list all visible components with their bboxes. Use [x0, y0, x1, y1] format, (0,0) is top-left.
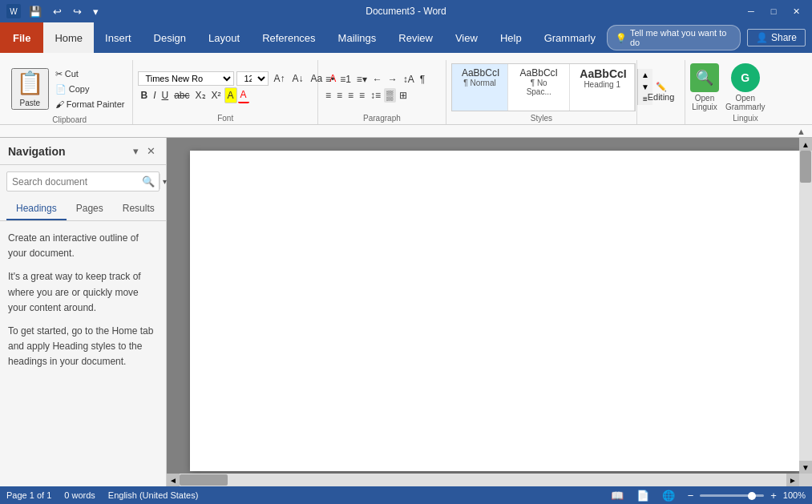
- nav-tab-headings[interactable]: Headings: [6, 198, 67, 220]
- design-tab[interactable]: Design: [143, 22, 197, 53]
- align-right-button[interactable]: ≡: [345, 88, 356, 103]
- print-layout-button[interactable]: 📄: [633, 490, 652, 502]
- minimize-button[interactable]: ─: [741, 4, 761, 18]
- font-name-select[interactable]: Times New Ro: [138, 71, 234, 86]
- maximize-button[interactable]: □: [764, 4, 783, 18]
- editing-icon: ✏️: [648, 82, 675, 92]
- paragraph-row-2: ≡ ≡ ≡ ≡ ↕≡ ▒ ⊞: [323, 88, 427, 103]
- editing-label: Editing: [648, 92, 675, 102]
- zoom-out-button[interactable]: −: [685, 490, 697, 502]
- grow-font-button[interactable]: A↑: [271, 71, 287, 86]
- window-controls: ─ □ ✕: [741, 4, 806, 18]
- borders-button[interactable]: ⊞: [397, 88, 410, 103]
- shading-button[interactable]: ▒: [384, 88, 396, 103]
- font-size-select[interactable]: 12: [236, 71, 269, 86]
- linguix-group-label: Linguix: [690, 114, 801, 123]
- scroll-right-button[interactable]: ►: [786, 474, 799, 486]
- view-tab[interactable]: View: [444, 22, 489, 53]
- mailings-tab[interactable]: Mailings: [327, 22, 388, 53]
- numbering-button[interactable]: ≡1: [337, 72, 353, 87]
- open-grammarly-btn[interactable]: G OpenGrammarly: [725, 63, 765, 111]
- document-area[interactable]: ▲ ▼ ◄ ►: [167, 138, 812, 486]
- grammarly-tab[interactable]: Grammarly: [533, 22, 607, 53]
- decrease-indent-button[interactable]: ←: [370, 72, 385, 87]
- italic-button[interactable]: I: [151, 88, 158, 103]
- cut-button[interactable]: ✂ Cut: [52, 67, 128, 81]
- navigation-options-button[interactable]: ▾: [131, 144, 141, 158]
- multilevel-button[interactable]: ≡▾: [354, 72, 370, 87]
- nav-tab-results[interactable]: Results: [113, 198, 164, 220]
- help-tab[interactable]: Help: [489, 22, 533, 53]
- ribbon-expand-button[interactable]: ▲: [797, 127, 806, 136]
- nav-content-line-3: To get started, go to the Home tab and a…: [8, 324, 158, 370]
- search-input[interactable]: [7, 173, 137, 191]
- home-tab[interactable]: Home: [43, 22, 94, 53]
- show-paragraph-button[interactable]: ¶: [418, 72, 427, 87]
- bullets-button[interactable]: ≡•: [323, 72, 337, 87]
- insert-tab[interactable]: Insert: [94, 22, 143, 53]
- save-button[interactable]: 💾: [26, 4, 45, 19]
- copy-button[interactable]: 📄 Copy: [52, 83, 128, 96]
- scroll-track-vertical: [799, 151, 812, 461]
- document-page[interactable]: [190, 151, 799, 471]
- paragraph-row-1: ≡• ≡1 ≡▾ ← → ↕A ¶: [323, 72, 427, 87]
- file-menu-button[interactable]: File: [0, 22, 43, 53]
- style-heading-1[interactable]: AaBbCcI Heading 1: [570, 64, 635, 111]
- zoom-slider[interactable]: [700, 494, 764, 497]
- nav-tab-pages[interactable]: Pages: [67, 198, 113, 220]
- scroll-down-button[interactable]: ▼: [799, 461, 812, 474]
- increase-indent-button[interactable]: →: [386, 72, 400, 87]
- style-no-space[interactable]: AaBbCcI ¶ No Spac...: [508, 64, 570, 111]
- justify-button[interactable]: ≡: [357, 88, 367, 103]
- font-color-button[interactable]: A: [238, 87, 249, 103]
- scroll-track-horizontal: [180, 474, 786, 486]
- scroll-left-button[interactable]: ◄: [167, 474, 180, 486]
- open-linguix-btn[interactable]: 🔍 OpenLinguix: [690, 63, 719, 111]
- subscript-button[interactable]: X₂: [193, 88, 208, 103]
- lightbulb-icon: 💡: [616, 33, 627, 43]
- align-center-button[interactable]: ≡: [334, 88, 345, 103]
- font-row-1: Times New Ro 12 A↑ A↓ Aa A: [138, 71, 338, 86]
- read-mode-button[interactable]: 📖: [608, 490, 627, 502]
- font-group: Times New Ro 12 A↑ A↓ Aa A B I U abc X₂ …: [133, 60, 317, 124]
- scroll-up-button[interactable]: ▲: [799, 138, 812, 151]
- zoom-in-button[interactable]: +: [767, 490, 780, 502]
- styles-gallery: AaBbCcI ¶ Normal AaBbCcI ¶ No Spac... Aa…: [451, 63, 636, 111]
- horizontal-scrollbar[interactable]: ◄ ►: [167, 474, 799, 486]
- scroll-thumb-horizontal: [180, 474, 228, 486]
- share-button[interactable]: 👤 Share: [747, 29, 806, 46]
- qat-customize-button[interactable]: ▾: [90, 4, 102, 19]
- vertical-scrollbar[interactable]: ▲ ▼: [799, 138, 812, 474]
- text-highlight-button[interactable]: A: [224, 87, 237, 103]
- undo-button[interactable]: ↩: [50, 4, 65, 19]
- line-spacing-button[interactable]: ↕≡: [368, 88, 383, 103]
- tell-me-text: Tell me what you want to do: [630, 28, 732, 47]
- align-left-button[interactable]: ≡: [323, 88, 333, 103]
- review-tab[interactable]: Review: [387, 22, 444, 53]
- menu-bar: File Home Insert Design Layout Reference…: [0, 22, 812, 53]
- search-button[interactable]: 🔍: [137, 172, 160, 191]
- web-layout-button[interactable]: 🌐: [659, 490, 678, 502]
- grammarly-icon: G: [731, 63, 760, 92]
- font-label: Font: [138, 114, 312, 123]
- shrink-font-button[interactable]: A↓: [289, 71, 305, 86]
- close-button[interactable]: ✕: [786, 4, 806, 18]
- strikethrough-button[interactable]: abc: [172, 88, 192, 103]
- paste-button[interactable]: 📋 Paste: [11, 68, 49, 110]
- superscript-button[interactable]: X²: [209, 88, 224, 103]
- bold-button[interactable]: B: [138, 88, 150, 103]
- tell-me-box[interactable]: 💡 Tell me what you want to do: [607, 25, 741, 50]
- search-box: 🔍 ▾: [6, 171, 160, 192]
- style-normal[interactable]: AaBbCcI ¶ Normal: [452, 64, 508, 111]
- main-area: Navigation ▾ ✕ 🔍 ▾ Headings Pages Result…: [0, 138, 812, 486]
- underline-button[interactable]: U: [159, 88, 171, 103]
- navigation-close-button[interactable]: ✕: [144, 144, 158, 158]
- styles-group: AaBbCcI ¶ Normal AaBbCcI ¶ No Spac... Aa…: [446, 60, 637, 124]
- references-tab[interactable]: References: [251, 22, 326, 53]
- format-painter-button[interactable]: 🖌 Format Painter: [52, 98, 128, 111]
- editing-button[interactable]: ✏️ Editing: [648, 82, 675, 102]
- redo-button[interactable]: ↪: [70, 4, 85, 19]
- layout-tab[interactable]: Layout: [197, 22, 251, 53]
- sort-button[interactable]: ↕A: [401, 72, 417, 87]
- grammarly-label: OpenGrammarly: [725, 94, 765, 111]
